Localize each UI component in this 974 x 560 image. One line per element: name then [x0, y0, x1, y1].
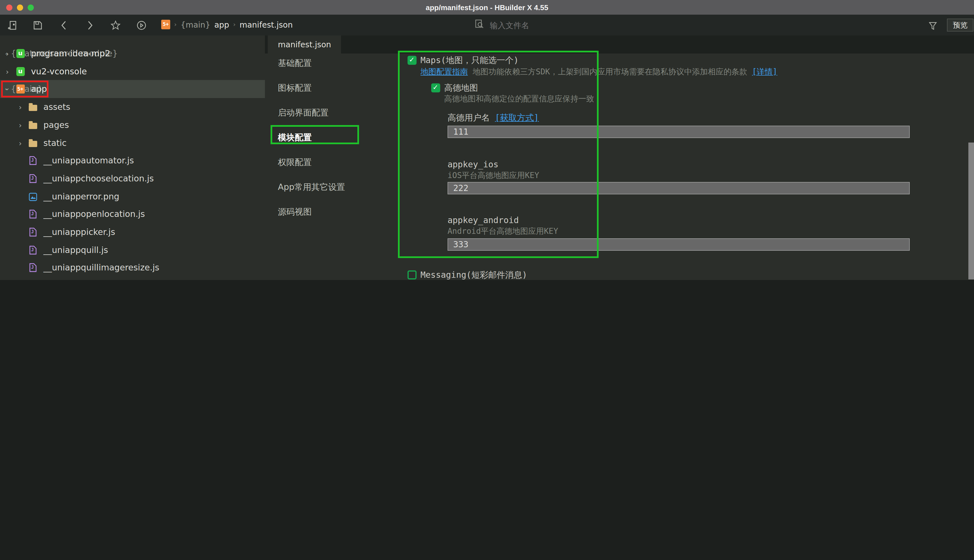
folder-icon: [28, 138, 37, 148]
breadcrumb-file[interactable]: manifest.json: [240, 20, 293, 29]
navigate-forward-icon[interactable]: [85, 20, 95, 30]
maps-guide-link[interactable]: 地图配置指南: [420, 67, 468, 76]
tree-item-assets[interactable]: › assets: [0, 98, 265, 116]
js-file-icon: J: [28, 210, 37, 218]
uniapp-5plus-project-icon: 5+: [16, 85, 25, 93]
main-toolbar: 5+ › {main} app › manifest.json: [0, 15, 974, 36]
js-file-icon: J: [28, 246, 37, 255]
appkey-android-label: appkey_android: [447, 215, 519, 225]
config-nav-1[interactable]: 图标配置: [278, 83, 312, 93]
uniapp-project-icon: u: [16, 49, 25, 58]
gaode-user-label: 高德用户名 [获取方式]: [447, 113, 539, 123]
file-search-box[interactable]: [475, 19, 807, 31]
tree-item-__uniappquill.js[interactable]: J __uniappquill.js: [0, 241, 265, 259]
editor-tab-bar: manifest.json: [265, 35, 974, 53]
breadcrumb-branch[interactable]: {main}: [181, 20, 210, 29]
config-nav-5[interactable]: App常用其它设置: [278, 182, 345, 193]
maps-guide-row: 地图配置指南 地图功能依赖三方SDK，上架到国内应用市场需要在隐私协议中添加相应…: [420, 67, 777, 77]
tree-item-__uniappscan.js[interactable]: J __uniappscan.js: [0, 277, 265, 280]
breadcrumb-separator-icon: ›: [174, 21, 177, 28]
tree-item-app[interactable]: ›5+ app- {main}: [0, 80, 265, 98]
appkey-ios-field: [447, 182, 910, 194]
gaode-map-checkbox[interactable]: [431, 83, 440, 92]
tree-item-static[interactable]: › static: [0, 134, 265, 152]
tree-item-__uniappautomator.js[interactable]: J __uniappautomator.js: [0, 152, 265, 170]
breadcrumb: 5+ › {main} app › manifest.json: [161, 20, 293, 29]
js-file-icon: J: [28, 228, 37, 237]
gaode-user-input[interactable]: [447, 126, 910, 138]
js-file-icon: J: [28, 174, 37, 183]
maps-detail-link[interactable]: [详情]: [752, 67, 777, 76]
tree-item-__uniapperror.png[interactable]: __uniapperror.png: [0, 188, 265, 206]
messaging-checkbox[interactable]: [407, 270, 417, 280]
tree-item-vu2-vconsole[interactable]: ›u vu2-vconsole: [0, 63, 265, 80]
tree-item-program-idea-mp2[interactable]: ›u program-idea-mp2- {feature/search-mod…: [0, 45, 265, 63]
config-nav-4[interactable]: 权限配置: [278, 157, 312, 168]
chevron-collapsed-icon[interactable]: ›: [5, 49, 10, 58]
preview-button[interactable]: 预览: [947, 18, 974, 32]
tree-item-__uniapppicker.js[interactable]: J __uniapppicker.js: [0, 223, 265, 241]
appkey-ios-label: appkey_ios: [447, 160, 499, 170]
run-icon[interactable]: [137, 20, 147, 30]
maps-checkbox[interactable]: [407, 56, 417, 65]
js-file-icon: J: [28, 156, 37, 165]
tree-item-__uniappopenlocation.js[interactable]: J __uniappopenlocation.js: [0, 205, 265, 223]
appkey-android-hint: Android平台高德地图应用KEY: [447, 227, 558, 237]
bookmark-star-icon[interactable]: [110, 20, 121, 30]
chevron-collapsed-icon[interactable]: ›: [17, 103, 23, 111]
title-bar: app/manifest.json - HBuilder X 4.55: [0, 0, 974, 15]
image-file-icon: [28, 192, 37, 201]
filter-funnel-icon[interactable]: [928, 21, 938, 31]
maps-guide-text: 地图功能依赖三方SDK，上架到国内应用市场需要在隐私协议中添加相应的条款: [473, 67, 747, 76]
tab-manifest-json[interactable]: manifest.json: [268, 35, 341, 53]
gaode-map-label: 高德地图: [444, 83, 478, 93]
window-title: app/manifest.json - HBuilder X 4.55: [0, 3, 974, 12]
folder-icon: [28, 120, 37, 130]
hbuilderx-window: app/manifest.json - HBuilder X 4.55 5+ ›…: [0, 0, 974, 280]
chevron-collapsed-icon[interactable]: ›: [17, 121, 23, 129]
messaging-label: Messaging(短彩邮件消息): [420, 270, 527, 280]
chevron-expanded-icon[interactable]: ›: [3, 86, 12, 92]
file-search-icon: [475, 19, 484, 31]
appkey-android-input[interactable]: [447, 238, 910, 251]
gaode-user-field: [447, 126, 910, 138]
save-icon[interactable]: [33, 20, 43, 30]
uniapp-5plus-badge-icon: 5+: [161, 20, 170, 29]
new-file-icon[interactable]: [8, 20, 18, 30]
breadcrumb-separator-icon: ›: [233, 21, 235, 28]
js-file-icon: J: [28, 263, 37, 272]
chevron-collapsed-icon[interactable]: ›: [17, 139, 23, 147]
chevron-collapsed-icon[interactable]: ›: [5, 67, 10, 76]
uniapp-project-icon: u: [16, 67, 25, 76]
tree-item-pages[interactable]: › pages: [0, 116, 265, 134]
tree-item-__uniappquillimageresize.js[interactable]: J __uniappquillimageresize.js: [0, 258, 265, 277]
tree-item-__uniappchooselocation.js[interactable]: J __uniappchooselocation.js: [0, 170, 265, 188]
breadcrumb-folder[interactable]: app: [214, 20, 229, 29]
config-nav-3[interactable]: 模块配置: [278, 132, 312, 143]
config-nav-2[interactable]: 启动界面配置: [278, 108, 329, 118]
config-nav-6[interactable]: 源码视图: [278, 207, 312, 217]
gaode-map-hint: 高德地图和高德定位的配置信息应保持一致: [444, 94, 594, 104]
navigate-back-icon[interactable]: [59, 20, 69, 30]
file-search-input[interactable]: [489, 20, 807, 30]
folder-icon: [28, 103, 37, 112]
config-nav-0[interactable]: 基础配置: [278, 58, 312, 69]
appkey-android-field: [447, 238, 910, 251]
maps-label: Maps(地图，只能选一个): [420, 55, 519, 66]
gaode-user-howto-link[interactable]: [获取方式]: [495, 113, 539, 123]
appkey-ios-hint: iOS平台高德地图应用KEY: [447, 171, 539, 181]
appkey-ios-input[interactable]: [447, 182, 910, 194]
vertical-scrollbar-thumb[interactable]: [968, 143, 974, 280]
